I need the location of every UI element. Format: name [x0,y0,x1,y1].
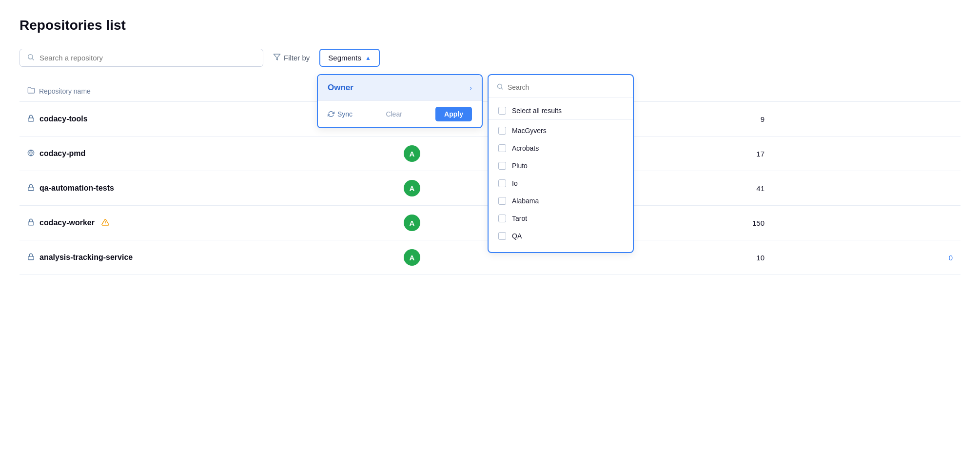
segments-search-wrapper [489,83,633,98]
select-all-checkbox[interactable] [498,107,506,115]
repo-icon [27,253,35,262]
extra-cell [772,171,960,206]
item-label: QA [512,232,522,240]
repo-name-cell: qa-automation-tests [20,171,396,206]
owner-dropdown-title: Owner [328,83,353,93]
svg-line-4 [501,88,503,89]
repo-name-cell: codacy-pmd [20,137,396,171]
list-item[interactable]: Pluto [489,157,633,175]
select-all-label: Select all results [512,107,562,115]
page-title: Repositories list [20,18,960,33]
avatar: A [404,145,420,162]
segments-button-label: Segments [328,54,361,62]
repo-name: qa-automation-tests [39,184,114,193]
list-item[interactable]: MacGyvers [489,122,633,139]
chevron-up-icon: ▲ [365,55,371,61]
repo-name: codacy-tools [39,115,88,123]
toolbar: Filter by Segments ▲ Owner › Sync [20,49,960,67]
item-checkbox[interactable] [498,127,506,135]
repo-icon [27,115,35,123]
repo-name-cell: analysis-tracking-service [20,240,396,275]
avatar: A [404,180,420,196]
sync-label: Sync [337,110,353,118]
col-header-extra [772,80,960,102]
folder-icon [27,86,35,96]
sync-button[interactable]: Sync [328,110,353,118]
segments-search-input[interactable] [508,83,625,91]
search-input[interactable] [39,54,256,62]
filter-by-text: Filter by [284,54,310,62]
segments-items-container: MacGyvers Acrobats Pluto Io Alabama Taro… [489,122,633,244]
chevron-right-icon: › [470,84,472,92]
page-container: Repositories list Filter by Segments ▲ [0,0,980,470]
item-checkbox[interactable] [498,197,506,205]
extra-cell [772,102,960,137]
avatar: A [404,215,420,231]
segments-search-icon [496,83,504,92]
repo-name-cell: codacy-worker [20,206,396,240]
svg-rect-8 [28,187,34,191]
item-label: MacGyvers [512,127,547,135]
list-item[interactable]: Alabama [489,192,633,210]
extra-cell: 0 [772,240,960,275]
item-checkbox[interactable] [498,144,506,152]
svg-rect-5 [28,118,34,121]
avatar: A [404,249,420,266]
svg-rect-9 [28,222,34,225]
item-label: Tarot [512,215,527,222]
col-name-label: Repository name [39,87,91,95]
repo-name: analysis-tracking-service [39,253,133,262]
list-item[interactable]: Acrobats [489,139,633,157]
item-checkbox[interactable] [498,179,506,187]
list-item[interactable]: Io [489,175,633,192]
repo-name: codacy-pmd [39,149,85,158]
item-checkbox[interactable] [498,215,506,222]
filter-label: Filter by [273,53,310,62]
search-icon [27,53,35,62]
extra-cell [772,137,960,171]
owner-dropdown: Owner › Sync Clear Apply [317,74,483,128]
item-checkbox[interactable] [498,232,506,240]
item-label: Acrobats [512,144,539,152]
repo-icon [27,218,35,227]
svg-line-1 [32,59,34,60]
segments-list: Select all results MacGyvers Acrobats Pl… [489,98,633,244]
owner-dropdown-header[interactable]: Owner › [318,75,482,100]
segments-list-dropdown: Select all results MacGyvers Acrobats Pl… [488,74,634,253]
item-checkbox[interactable] [498,162,506,170]
item-label: Io [512,179,518,187]
list-item[interactable]: Tarot [489,210,633,227]
extra-cell [772,206,960,240]
list-item[interactable]: QA [489,227,633,244]
segments-dropdown-button[interactable]: Segments ▲ [319,49,379,67]
repo-icon [27,149,35,158]
select-all-item[interactable]: Select all results [489,102,633,120]
filter-icon [273,53,281,62]
clear-button[interactable]: Clear [386,110,402,118]
warning-icon [101,218,109,228]
item-label: Pluto [512,162,528,170]
item-label: Alabama [512,197,539,205]
apply-button[interactable]: Apply [435,107,472,121]
owner-dropdown-footer: Sync Clear Apply [318,100,482,127]
svg-marker-2 [274,54,280,60]
repo-icon [27,184,35,193]
svg-rect-12 [28,256,34,260]
search-input-wrapper [20,49,263,67]
repo-name: codacy-worker [39,218,95,227]
